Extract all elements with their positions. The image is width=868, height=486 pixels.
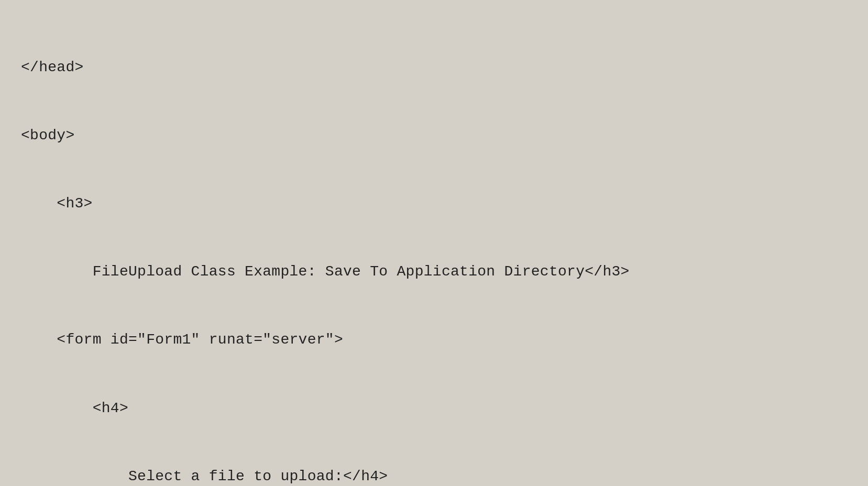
code-line-4: FileUpload Class Example: Save To Applic…	[21, 260, 847, 283]
code-line-2: <body>	[21, 124, 847, 147]
code-display: </head> <body> <h3> FileUpload Class Exa…	[21, 10, 847, 486]
code-line-6: <h4>	[21, 397, 847, 419]
code-line-5: <form id="Form1" runat="server">	[21, 328, 847, 351]
code-line-7: Select a file to upload:</h4>	[21, 465, 847, 486]
code-line-3: <h3>	[21, 192, 847, 215]
code-line-1: </head>	[21, 56, 847, 79]
